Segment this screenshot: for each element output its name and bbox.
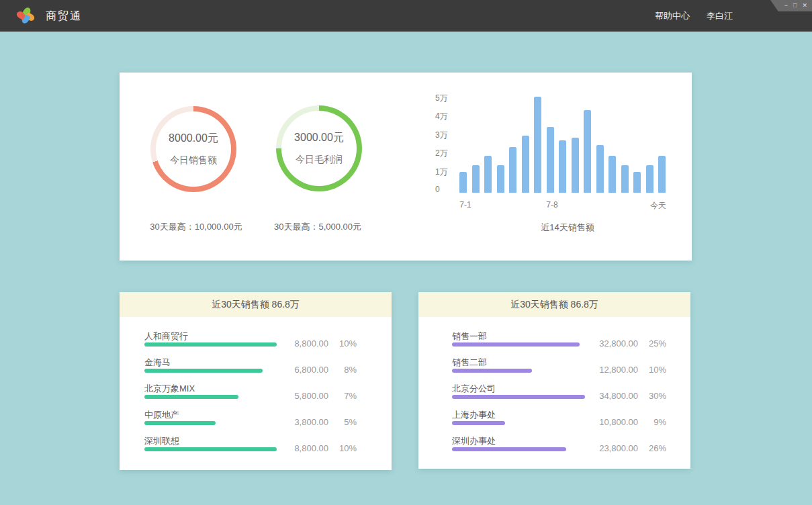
minimize-icon[interactable]: − (784, 3, 788, 9)
bar (459, 172, 467, 193)
today-sales-value: 8000.00元 (169, 132, 218, 146)
customer-values: 3,800.00 5% (281, 417, 357, 427)
departments-card-title: 近30天销售额 86.8万 (418, 292, 690, 317)
x-tick-today: 今天 (650, 200, 666, 212)
maximize-icon[interactable]: □ (793, 3, 797, 9)
department-row[interactable]: 深圳办事处 23,800.00 26% (418, 435, 690, 461)
customer-amount: 6,800.00 (281, 365, 328, 375)
today-sales-donut-center: 8000.00元 今日销售额 (156, 111, 231, 187)
bar-chart-title: 近14天销售额 (500, 222, 635, 234)
customer-percent: 10% (336, 338, 357, 349)
department-row[interactable]: 北京分公司 34,800.00 30% (418, 383, 690, 408)
department-amount: 34,800.00 (591, 391, 638, 401)
department-amount: 12,800.00 (591, 365, 638, 375)
department-values: 23,800.00 26% (591, 443, 666, 453)
bar (621, 165, 629, 193)
customer-progress-bar (144, 342, 277, 347)
bar-chart-bars (459, 97, 666, 193)
customer-progress-bar (144, 369, 263, 373)
customer-values: 5,800.00 7% (281, 391, 357, 401)
bar (608, 156, 616, 193)
department-percent: 30% (646, 391, 666, 401)
customer-percent: 7% (336, 391, 357, 401)
app-window: 商贸通 帮助中心 李白江 − □ ✕ 8000.00元 今日销售额 3000.0… (0, 0, 812, 505)
today-sales-donut: 8000.00元 今日销售额 (150, 106, 236, 192)
today-profit-label: 今日毛利润 (296, 154, 343, 166)
department-values: 12,800.00 10% (591, 365, 666, 375)
customer-amount: 3,800.00 (281, 417, 328, 427)
customer-progress-bar (144, 421, 216, 425)
today-profit-value: 3000.00元 (294, 131, 344, 145)
department-amount: 32,800.00 (591, 338, 638, 349)
department-progress-bar (452, 395, 585, 399)
department-row[interactable]: 上海办事处 10,800.00 9% (418, 409, 690, 434)
customers-sales-card: 近30天销售额 86.8万 人和商贸行 8,800.00 10% 金海马 6,8… (120, 292, 392, 470)
department-row[interactable]: 销售一部 32,800.00 25% (418, 330, 690, 356)
sales-30day-max-caption: 30天最高：10,000.00元 (126, 221, 267, 233)
today-profit-donut: 3000.00元 今日毛利润 (276, 105, 362, 191)
bar (497, 165, 504, 193)
app-title: 商贸通 (46, 0, 82, 32)
department-progress-bar (452, 421, 505, 425)
customers-card-title: 近30天销售额 86.8万 (120, 292, 392, 317)
bar (646, 165, 653, 193)
customer-amount: 8,800.00 (281, 338, 328, 349)
window-controls: − □ ✕ (770, 0, 812, 11)
customer-row[interactable]: 中原地产 3,800.00 5% (120, 409, 392, 434)
department-percent: 9% (646, 417, 666, 427)
department-amount: 10,800.00 (591, 417, 638, 427)
bar (522, 136, 529, 193)
department-values: 10,800.00 9% (591, 417, 666, 427)
customer-progress-bar (144, 395, 238, 399)
bar (484, 156, 492, 193)
bar (596, 145, 604, 193)
customer-percent: 5% (336, 417, 357, 427)
bar (547, 127, 554, 193)
top-bar: 商贸通 帮助中心 李白江 − □ ✕ (0, 0, 812, 32)
customer-amount: 8,800.00 (281, 443, 328, 453)
customer-values: 8,800.00 10% (281, 338, 357, 349)
today-sales-label: 今日销售额 (170, 154, 217, 167)
help-center-link[interactable]: 帮助中心 (655, 0, 690, 32)
customer-progress-bar (144, 447, 277, 451)
departments-sales-card: 近30天销售额 86.8万 销售一部 32,800.00 25% 销售二部 12… (418, 292, 690, 469)
customer-amount: 5,800.00 (281, 391, 328, 401)
department-percent: 26% (646, 443, 666, 453)
bar (559, 140, 566, 193)
department-progress-bar (452, 342, 580, 347)
bar (572, 138, 579, 193)
customer-percent: 8% (336, 365, 357, 375)
bar (658, 156, 666, 193)
bar (633, 172, 641, 193)
today-profit-donut-center: 3000.00元 今日毛利润 (281, 111, 357, 186)
department-percent: 25% (646, 338, 666, 349)
x-tick-middle: 7-8 (546, 200, 557, 210)
bar (509, 147, 516, 193)
x-tick-first: 7-1 (459, 200, 471, 210)
customer-row[interactable]: 金海马 6,800.00 8% (120, 357, 392, 382)
customer-values: 8,800.00 10% (281, 443, 357, 453)
bar (584, 110, 591, 193)
bar (534, 97, 541, 193)
department-percent: 10% (646, 365, 666, 375)
department-values: 34,800.00 30% (591, 391, 666, 401)
department-progress-bar (452, 369, 532, 373)
close-icon[interactable]: ✕ (802, 3, 807, 9)
customer-values: 6,800.00 8% (281, 365, 357, 375)
customer-percent: 10% (336, 443, 357, 453)
user-name-menu[interactable]: 李白江 (707, 0, 733, 32)
department-progress-bar (452, 447, 566, 451)
department-amount: 23,800.00 (591, 443, 638, 453)
bar (472, 165, 480, 193)
customer-row[interactable]: 人和商贸行 8,800.00 10% (120, 330, 392, 356)
department-values: 32,800.00 25% (591, 338, 666, 349)
pinwheel-logo-icon (17, 7, 34, 24)
profit-30day-max-caption: 30天最高：5,000.00元 (247, 221, 388, 233)
overview-card: 8000.00元 今日销售额 3000.00元 今日毛利润 30天最高：10,0… (120, 73, 692, 261)
customer-row[interactable]: 北京万象MIX 5,800.00 7% (120, 383, 392, 408)
department-row[interactable]: 销售二部 12,800.00 10% (418, 357, 690, 382)
customer-row[interactable]: 深圳联想 8,800.00 10% (120, 435, 392, 461)
